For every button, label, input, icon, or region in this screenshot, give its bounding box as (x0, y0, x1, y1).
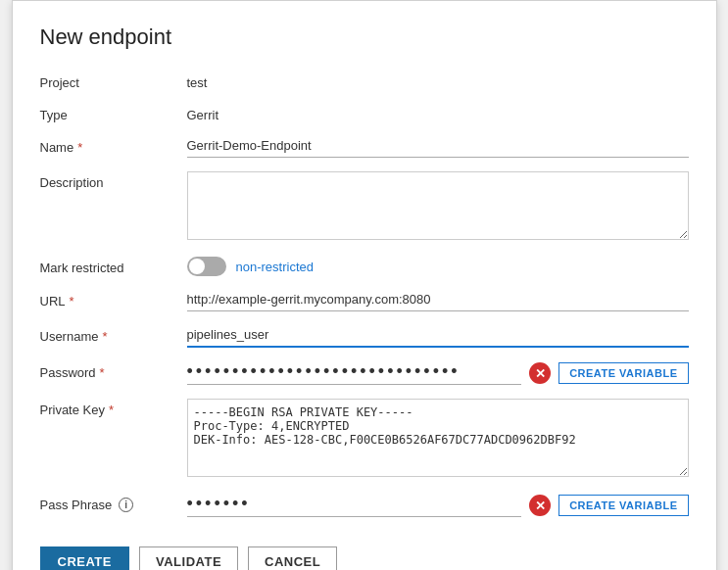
name-row: Name * (40, 136, 689, 158)
type-label: Type (40, 104, 187, 122)
description-field-container (187, 171, 689, 243)
description-row: Description (40, 171, 689, 243)
project-label: Project (40, 71, 187, 90)
type-value: Gerrit (187, 104, 689, 122)
pass-phrase-label: Pass Phrase i (40, 494, 187, 512)
new-endpoint-dialog: New endpoint Project test Type Gerrit Na… (12, 0, 717, 570)
pass-phrase-create-variable-button[interactable]: CREATE VARIABLE (558, 495, 688, 516)
mark-restricted-row: Mark restricted non-restricted (40, 257, 689, 276)
pass-phrase-dots: ••••••• (187, 494, 522, 517)
toggle-status-label: non-restricted (236, 260, 314, 274)
url-input[interactable] (187, 290, 689, 311)
username-field-container (187, 325, 689, 348)
create-button[interactable]: CREATE (40, 546, 129, 570)
private-key-input[interactable]: -----BEGIN RSA PRIVATE KEY----- Proc-Typ… (187, 399, 689, 477)
password-dots: •••••••••••••••••••••••••••••• (187, 361, 522, 385)
toggle-container: non-restricted (187, 257, 689, 276)
password-row: Password * •••••••••••••••••••••••••••••… (40, 361, 689, 385)
project-value: test (187, 71, 689, 90)
url-label: URL * (40, 290, 187, 309)
username-row: Username * (40, 325, 689, 348)
description-input[interactable] (187, 171, 689, 240)
private-key-field-container: -----BEGIN RSA PRIVATE KEY----- Proc-Typ… (187, 399, 689, 480)
footer: CREATE VALIDATE CANCEL (40, 537, 689, 570)
dialog-title: New endpoint (40, 24, 689, 50)
password-clear-button[interactable]: ✕ (529, 362, 551, 384)
mark-restricted-field-container: non-restricted (187, 257, 689, 276)
pass-phrase-clear-button[interactable]: ✕ (529, 495, 551, 516)
private-key-label: Private Key * (40, 399, 187, 417)
name-required-star: * (77, 140, 82, 155)
toggle-slider (187, 257, 226, 276)
mark-restricted-label: Mark restricted (40, 257, 187, 275)
url-required-star: * (70, 294, 74, 309)
private-key-required-star: * (109, 403, 114, 417)
password-label: Password * (40, 361, 187, 380)
pass-phrase-field-container: ••••••• ✕ CREATE VARIABLE (187, 494, 689, 517)
mark-restricted-toggle[interactable] (187, 257, 226, 276)
type-row: Type Gerrit (40, 104, 689, 122)
username-input[interactable] (187, 325, 689, 348)
password-input-row: •••••••••••••••••••••••••••••• ✕ CREATE … (187, 361, 689, 385)
username-required-star: * (102, 329, 107, 344)
validate-button[interactable]: VALIDATE (139, 546, 238, 570)
username-label: Username * (40, 325, 187, 344)
password-required-star: * (100, 365, 105, 380)
description-label: Description (40, 171, 187, 190)
pass-phrase-info-icon: i (119, 498, 133, 512)
pass-phrase-input-row: ••••••• ✕ CREATE VARIABLE (187, 494, 689, 517)
url-row: URL * (40, 290, 689, 311)
password-create-variable-button[interactable]: CREATE VARIABLE (558, 362, 688, 384)
cancel-button[interactable]: CANCEL (248, 546, 337, 570)
project-row: Project test (40, 71, 689, 90)
password-field-container: •••••••••••••••••••••••••••••• ✕ CREATE … (187, 361, 689, 385)
private-key-row: Private Key * -----BEGIN RSA PRIVATE KEY… (40, 399, 689, 480)
name-field-container (187, 136, 689, 158)
pass-phrase-row: Pass Phrase i ••••••• ✕ CREATE VARIABLE (40, 494, 689, 517)
name-input[interactable] (187, 136, 689, 158)
url-field-container (187, 290, 689, 311)
name-label: Name * (40, 136, 187, 155)
